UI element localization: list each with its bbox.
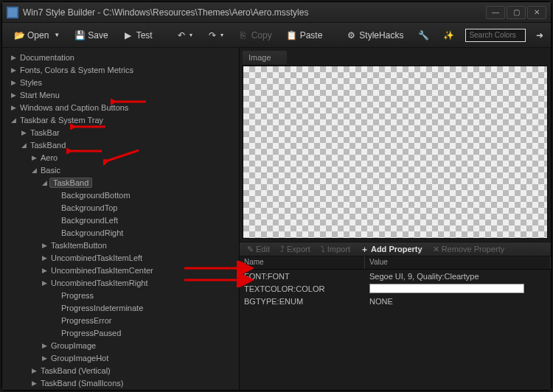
tree-item[interactable]: ▶Documentation <box>10 51 239 63</box>
chevron-down-icon: ▾ <box>220 32 223 38</box>
paste-button[interactable]: 📋Paste <box>281 27 329 43</box>
search-next-button[interactable]: ➜ <box>529 27 551 43</box>
stylehacks-button[interactable]: ⚙StyleHacks <box>340 27 409 43</box>
export-icon: ⤴ <box>280 245 285 253</box>
tree-item[interactable]: ▶Styles <box>10 76 239 88</box>
property-value[interactable]: Segoe UI, 9, Quality:Cleartype <box>365 272 551 281</box>
image-preview[interactable] <box>243 66 548 239</box>
copy-label: Copy <box>251 30 272 41</box>
toolbar: 📂Open▼ 💾Save ▶Test ↶▾ ↷▾ ⎘Copy 📋Paste ⚙S… <box>2 23 551 48</box>
collapsed-icon[interactable]: ▶ <box>10 66 17 74</box>
tree-item[interactable]: ◢Taskbar & System Tray <box>10 113 239 126</box>
collapsed-icon[interactable]: ▶ <box>30 367 38 374</box>
tree-item[interactable]: ◢TaskBand <box>10 176 239 189</box>
property-value[interactable]: NONE <box>365 297 551 306</box>
arrow-right-icon: ➜ <box>535 30 545 41</box>
tree-pane[interactable]: ▶Documentation▶Fonts, Colors & System Me… <box>2 48 240 390</box>
image-panel-header: Image <box>243 51 287 66</box>
import-button[interactable]: ⤵Import <box>316 243 355 255</box>
tree-item[interactable]: ▶UncombinedTaskItemLeft <box>10 251 239 264</box>
property-row[interactable]: FONT:FONTSegoe UI, 9, Quality:Cleartype <box>240 270 551 282</box>
col-name[interactable]: Name <box>240 256 365 269</box>
remove-property-button[interactable]: ✕Remove Property <box>428 243 509 256</box>
tree-item[interactable]: ProgressIndeterminate <box>10 301 239 314</box>
tree-item[interactable]: ▶Fonts, Colors & System Metrics <box>10 63 239 76</box>
collapsed-icon[interactable]: ▶ <box>30 154 38 161</box>
wand-button[interactable]: ✨ <box>437 27 459 43</box>
collapsed-icon[interactable]: ▶ <box>41 254 48 262</box>
collapsed-icon[interactable]: ▶ <box>30 379 38 387</box>
tree-item[interactable]: ▶Windows and Caption Buttons <box>10 101 239 113</box>
expanded-icon[interactable]: ◢ <box>30 167 38 174</box>
col-value[interactable]: Value <box>365 256 551 269</box>
edit-button[interactable]: ✎Edit <box>243 243 274 256</box>
undo-button[interactable]: ↶▾ <box>170 27 198 43</box>
property-row[interactable]: TEXTCOLOR:COLOR <box>240 282 551 295</box>
search-input[interactable] <box>465 29 526 42</box>
tree-item-label: BackgroundLeft <box>60 216 119 225</box>
property-toolbar: ✎Edit ⤴Export ⤵Import ＋Add Property ✕Rem… <box>240 242 551 256</box>
stylehacks-label: StyleHacks <box>359 30 403 41</box>
settings-button[interactable]: 🔧 <box>412 27 434 43</box>
add-property-button[interactable]: ＋Add Property <box>356 242 427 256</box>
redo-button[interactable]: ↷▾ <box>201 27 229 43</box>
tree-item[interactable]: ▶GroupImage <box>10 339 239 351</box>
color-swatch[interactable] <box>369 284 524 293</box>
save-button[interactable]: 💾Save <box>69 27 114 43</box>
property-name: TEXTCOLOR:COLOR <box>240 284 365 293</box>
tree-item-label: TaskBand <box>29 141 67 150</box>
tree-item[interactable]: ◢Basic <box>10 164 239 176</box>
collapsed-icon[interactable]: ▶ <box>41 354 48 362</box>
tree-item[interactable]: ▶TaskBand (Vertical) <box>10 364 239 377</box>
expanded-icon[interactable]: ◢ <box>10 116 17 124</box>
maximize-button[interactable]: ▢ <box>507 6 526 19</box>
tree-item[interactable]: BackgroundBottom <box>10 189 239 201</box>
property-header: Name Value <box>240 256 551 270</box>
expanded-icon[interactable]: ◢ <box>20 141 27 149</box>
tree-item[interactable]: ProgressPaused <box>10 326 239 339</box>
collapsed-icon[interactable]: ▶ <box>10 79 17 86</box>
save-icon: 💾 <box>74 30 85 41</box>
collapsed-icon[interactable]: ▶ <box>10 54 17 61</box>
tree-item-label: TaskBand (SmallIcons) <box>39 379 125 388</box>
tree-item[interactable]: Progress <box>10 289 239 301</box>
save-label: Save <box>88 30 108 41</box>
minimize-button[interactable]: — <box>486 6 505 19</box>
window-controls: — ▢ ✕ <box>486 6 546 19</box>
collapsed-icon[interactable]: ▶ <box>10 91 17 99</box>
tree-item[interactable]: ProgressError <box>10 314 239 326</box>
tree-item-label: GroupImageHot <box>49 354 110 363</box>
tree-item[interactable]: BackgroundTop <box>10 201 239 214</box>
tree-item[interactable]: ▶UncombinedTaskItemCenter <box>10 264 239 276</box>
tree-item[interactable]: ▶TaskBar <box>10 126 239 139</box>
test-button[interactable]: ▶Test <box>117 27 159 43</box>
export-button[interactable]: ⤴Export <box>276 243 315 255</box>
tree-item[interactable]: ▶Start Menu <box>10 88 239 101</box>
expanded-icon[interactable]: ◢ <box>41 179 48 186</box>
tree-item[interactable]: BackgroundLeft <box>10 214 239 226</box>
collapsed-icon[interactable]: ▶ <box>10 104 17 111</box>
collapsed-icon[interactable]: ▶ <box>41 279 48 287</box>
tree-item[interactable]: ▶GroupImageHot <box>10 351 239 364</box>
open-button[interactable]: 📂Open▼ <box>8 27 66 43</box>
tree-item[interactable]: ▶Aero <box>10 151 239 164</box>
undo-icon: ↶ <box>176 30 187 41</box>
tree-item[interactable]: ▶TaskBand (SmallIcons) <box>10 377 239 389</box>
tree-item[interactable]: ▶UncombinedTaskItemRight <box>10 276 239 289</box>
tree-item[interactable]: BackgroundRight <box>10 226 239 239</box>
tree-item-label: ProgressIndeterminate <box>60 304 145 312</box>
collapsed-icon[interactable]: ▶ <box>20 129 27 136</box>
tree-item-label: TaskBar <box>29 128 61 137</box>
copy-button[interactable]: ⎘Copy <box>232 27 278 43</box>
tree-item-label: BackgroundBottom <box>60 191 132 200</box>
property-row[interactable]: BGTYPE:ENUMNONE <box>240 295 551 307</box>
collapsed-icon[interactable]: ▶ <box>41 342 48 349</box>
tree-item-label: Styles <box>18 78 44 87</box>
collapsed-icon[interactable]: ▶ <box>41 267 48 274</box>
tree-item[interactable]: ▶TaskBand (SmallIconsVertical) <box>10 389 239 390</box>
tree-item[interactable]: ▶TaskItemButton <box>10 239 239 251</box>
tree-item[interactable]: ◢TaskBand <box>10 139 239 151</box>
collapsed-icon[interactable]: ▶ <box>41 242 48 249</box>
property-value[interactable] <box>365 284 551 293</box>
close-button[interactable]: ✕ <box>527 6 546 19</box>
